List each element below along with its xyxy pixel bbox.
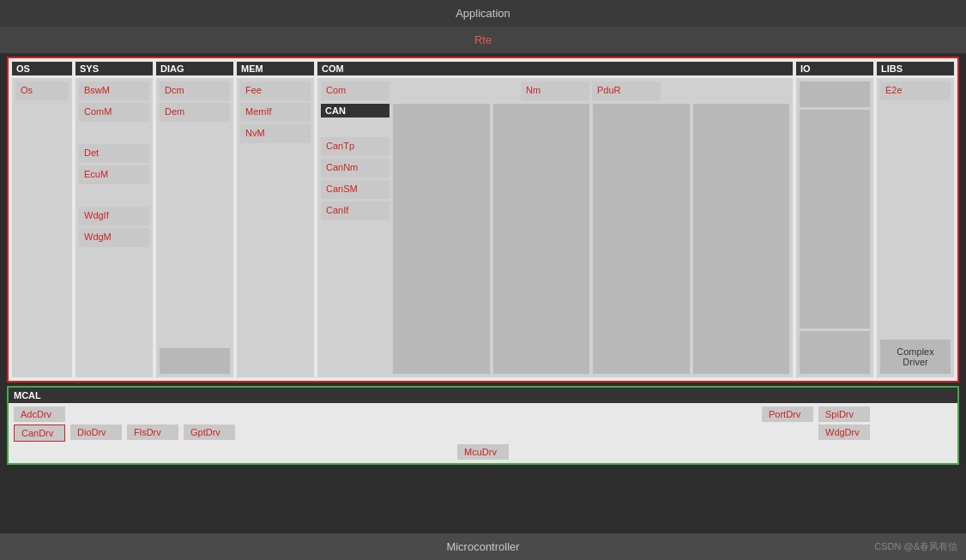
dcm-module[interactable]: Dcm	[160, 81, 230, 100]
mcal-row-1: AdcDrv PortDrv SpiDrv	[14, 406, 952, 422]
cansm-module[interactable]: CanSM	[321, 180, 389, 199]
canif-module[interactable]: CanIf	[321, 202, 389, 220]
comm-module[interactable]: ComM	[79, 103, 149, 122]
complex-driver-module[interactable]: ComplexDriver	[880, 340, 951, 374]
cannm-module[interactable]: CanNm	[321, 159, 389, 178]
com-bottom-row: CAN CanTp CanNm CanSM CanIf	[321, 104, 789, 374]
fee-module[interactable]: Fee	[240, 81, 311, 100]
mem-section: MEM Fee MemIf NvM	[237, 62, 314, 377]
nm-module[interactable]: Nm	[521, 81, 589, 100]
com-gray-col2	[493, 104, 590, 374]
com-gray-col3	[593, 104, 690, 374]
os-module[interactable]: Os	[15, 81, 69, 100]
pdur-module[interactable]: PduR	[592, 81, 661, 100]
can-subsection: CAN CanTp CanNm CanSM CanIf	[321, 104, 389, 374]
rte-label: Rte	[474, 33, 492, 46]
com-gray-col4	[693, 104, 790, 374]
wdgif-module[interactable]: WdgIf	[79, 207, 149, 226]
adcdrv-module[interactable]: AdcDrv	[14, 406, 65, 422]
memif-module[interactable]: MemIf	[240, 103, 311, 122]
io-section: IO	[796, 62, 873, 377]
rte-bar: Rte	[0, 27, 966, 53]
spidrv-module[interactable]: SpiDrv	[818, 406, 870, 422]
bswm-module[interactable]: BswM	[79, 81, 149, 100]
os-section: OS Os	[12, 62, 72, 377]
com-top-row: Com Nm PduR	[321, 81, 789, 100]
os-body: Os	[12, 78, 72, 377]
application-label: Application	[456, 7, 510, 20]
io-box-1	[800, 81, 870, 107]
candrv-module[interactable]: CanDrv	[14, 425, 65, 442]
mcal-row-3: McuDrv	[14, 444, 952, 460]
application-bar: Application	[0, 0, 966, 27]
ecum-module[interactable]: EcuM	[79, 166, 149, 184]
io-body	[796, 78, 873, 377]
libs-body: E2e ComplexDriver	[877, 78, 954, 377]
mcal-wrapper: MCAL AdcDrv PortDrv SpiDrv CanDrv DioDrv…	[7, 386, 959, 465]
mcal-row-2: CanDrv DioDrv FlsDrv GptDrv WdgDrv	[14, 425, 952, 442]
com-section: COM Com Nm PduR CAN Can	[317, 62, 793, 377]
diag-section: DIAG Dcm Dem	[156, 62, 233, 377]
can-modules: CanTp CanNm CanSM CanIf	[321, 120, 389, 220]
com-header: COM	[317, 62, 793, 75]
com-body: Com Nm PduR CAN CanTp CanNm CanSM	[317, 78, 793, 377]
diag-header: DIAG	[156, 62, 233, 75]
mem-header: MEM	[237, 62, 314, 75]
mcal-header: MCAL	[9, 388, 957, 403]
nvm-module[interactable]: NvM	[240, 124, 311, 143]
mem-body: Fee MemIf NvM	[237, 78, 314, 377]
io-header: IO	[796, 62, 873, 75]
wdgm-module[interactable]: WdgM	[79, 228, 149, 247]
io-box-tall	[800, 110, 870, 328]
portdrv-module[interactable]: PortDrv	[762, 406, 813, 422]
flsdrv-module[interactable]: FlsDrv	[127, 425, 178, 440]
com-module[interactable]: Com	[321, 81, 389, 100]
mcudrv-module[interactable]: McuDrv	[457, 444, 509, 460]
gptdrv-module[interactable]: GptDrv	[184, 425, 235, 440]
sys-body: BswM ComM Det EcuM WdgIf WdgM	[75, 78, 153, 377]
wdgdrv-module[interactable]: WdgDrv	[818, 425, 870, 440]
bsw-area: OS Os SYS BswM ComM Det EcuM WdgIf WdgM …	[7, 57, 959, 382]
io-box-2	[800, 331, 870, 374]
sys-section: SYS BswM ComM Det EcuM WdgIf WdgM	[75, 62, 153, 377]
sys-header: SYS	[75, 62, 153, 75]
com-inner: Com Nm PduR CAN CanTp CanNm CanSM	[321, 81, 789, 374]
mcal-body: AdcDrv PortDrv SpiDrv CanDrv DioDrv FlsD…	[9, 403, 957, 463]
can-header: CAN	[321, 104, 389, 117]
com-gray-col1	[393, 104, 490, 374]
dem-module[interactable]: Dem	[160, 103, 230, 122]
e2e-module[interactable]: E2e	[880, 81, 951, 100]
microcontroller-label: Microcontroller	[446, 540, 519, 553]
os-header: OS	[12, 62, 72, 75]
det-module[interactable]: Det	[79, 144, 149, 163]
libs-section: LIBS E2e ComplexDriver	[877, 62, 954, 377]
watermark: CSDN @&春风有信	[874, 540, 957, 553]
diodrv-module[interactable]: DioDrv	[70, 425, 122, 440]
microcontroller-bar: Microcontroller	[0, 533, 966, 560]
libs-header: LIBS	[877, 62, 954, 75]
cantp-module[interactable]: CanTp	[321, 137, 389, 156]
diag-body: Dcm Dem	[156, 78, 233, 377]
